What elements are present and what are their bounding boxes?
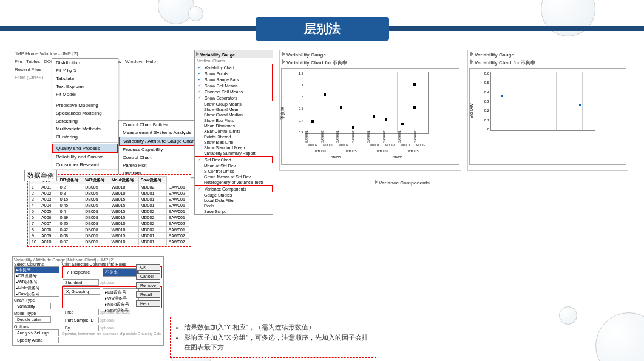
quality-menu[interactable]: Control Chart BuilderMeasurement Systems…	[118, 120, 203, 178]
select-cols-label: Select Columns	[14, 262, 59, 266]
standard-btn[interactable]: Standard	[63, 279, 99, 286]
data-table: 不良率DB设备号WB设备号Mold设备号Saw设备号1A0010.2DB005W…	[29, 176, 189, 245]
variability-chart-1: Variability Gauge Variability Chart for …	[279, 50, 461, 171]
remove-button[interactable]: Remove	[136, 282, 160, 289]
analyze-menu[interactable]: DistributionFit Y by XTabulateText Explo…	[52, 58, 118, 169]
title-bar: 层别法	[0, 18, 644, 39]
instruction-bullets: 结果数值加入"Y 相应"，（需为连续形数值）影响因子加入"X 分组"，可多选，注…	[170, 317, 376, 358]
variability-options-menu[interactable]: Variability Gauge Vertical Charts Variab…	[194, 50, 273, 215]
data-example-panel: 数据举例 不良率DB设备号WB设备号Mold设备号Saw设备号1A0010.2D…	[27, 174, 191, 247]
variance-components-panel: Variance Components	[373, 178, 628, 187]
ok-button[interactable]: OK	[136, 264, 160, 271]
dialog-title: Variability / Attribute Gauge [Multivari…	[14, 258, 162, 262]
columns-list[interactable]: ▸不良率▸DB设备号▸WB设备号▸Mold设备号▸Saw设备号	[14, 266, 59, 297]
x-grouping-btn[interactable]: X, Grouping	[64, 288, 100, 295]
help-button[interactable]: Help	[136, 300, 160, 307]
chart-type[interactable]: Variability	[15, 303, 51, 309]
recall-button[interactable]: Recall	[136, 291, 160, 298]
variability-dialog: Variability / Attribute Gauge [Multivari…	[12, 256, 164, 346]
y-response-val[interactable]: 不良率	[103, 268, 139, 277]
x-grouping-vals[interactable]: ▸DB设备号▸WB设备号▸Mold设备号▸Saw设备号	[103, 288, 139, 306]
model-type[interactable]: Decide Later	[15, 316, 51, 323]
dialog-actions: OKCancelRemoveRecallHelp	[135, 263, 161, 308]
page-title: 层别法	[256, 17, 389, 41]
window-title: JMP Home Window - JMP [2]	[12, 50, 182, 58]
jmp-home-window: JMP Home Window - JMP [2] FileTablesDOEA…	[12, 50, 182, 81]
data-example-label: 数据举例	[24, 170, 57, 181]
variability-chart-2: Variability Gauge Variability Chart for …	[467, 50, 628, 171]
y-response-btn[interactable]: Y, Response	[64, 269, 100, 275]
cancel-button[interactable]: Cancel	[136, 273, 160, 280]
